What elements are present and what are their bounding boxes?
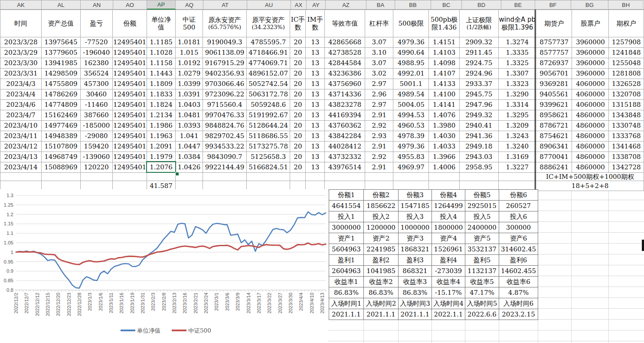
data-cell[interactable]: 4979.36 <box>393 142 429 152</box>
data-cell[interactable]: 12495401 <box>112 79 147 89</box>
data-cell[interactable]: 1342728 <box>609 162 644 173</box>
data-cell[interactable]: 20 <box>290 121 306 131</box>
data-cell[interactable]: 1320708 <box>609 89 644 100</box>
data-cell[interactable]: 9405561 <box>536 89 572 100</box>
data-cell[interactable]: 1343848 <box>609 110 644 121</box>
data-cell[interactable]: 2941.36 <box>460 131 499 142</box>
summary-label-cell[interactable]: 资产6 <box>499 233 538 244</box>
data-cell[interactable]: 1.015 <box>175 48 203 58</box>
empty-cell[interactable] <box>203 173 247 181</box>
data-cell[interactable]: 4988.95 <box>393 58 429 69</box>
data-cell[interactable]: 2947.96 <box>460 100 499 110</box>
data-cell[interactable]: 2023/4/6 <box>0 100 42 110</box>
empty-cell[interactable] <box>290 173 306 181</box>
data-cell[interactable]: 4860000 <box>572 142 609 152</box>
data-cell[interactable]: 13 <box>306 58 325 69</box>
header-cell[interactable]: 原永安资产(65.7576%) <box>203 10 247 37</box>
summary-label-cell[interactable]: 投入5 <box>465 211 499 222</box>
data-cell[interactable]: 1.0393 <box>175 121 203 131</box>
data-cell[interactable]: 356524 <box>80 69 112 79</box>
data-cell[interactable]: 1.2076 <box>147 162 175 173</box>
column-letter-AQ[interactable]: AQ <box>176 0 203 10</box>
data-cell[interactable]: 14968749 <box>42 152 80 162</box>
summary-label-cell[interactable]: 投入4 <box>432 211 465 222</box>
data-cell[interactable]: 162380 <box>80 58 112 69</box>
data-cell[interactable]: 20 <box>290 58 306 69</box>
summary-value-cell[interactable]: 2241985 <box>364 244 399 255</box>
data-cell[interactable]: 1.0181 <box>175 37 203 48</box>
column-letter-BF[interactable]: BF <box>535 0 571 10</box>
data-cell[interactable]: 44169394 <box>325 110 365 121</box>
data-cell[interactable]: 4979.36 <box>393 37 429 48</box>
data-cell[interactable]: 4955.83 <box>393 152 429 162</box>
empty-cell[interactable] <box>246 173 290 181</box>
data-cell[interactable]: 3.07 <box>365 58 393 69</box>
empty-cell[interactable] <box>42 173 80 181</box>
data-cell[interactable]: 2.91 <box>365 162 393 173</box>
data-cell[interactable]: 1.0447 <box>175 142 203 152</box>
summary-label-cell[interactable]: 份额4 <box>432 190 465 201</box>
data-cell[interactable]: 2.91 <box>365 142 393 152</box>
data-cell[interactable]: 9190049.3 <box>203 37 247 48</box>
data-cell[interactable]: 2023/3/31 <box>0 69 42 79</box>
data-cell[interactable]: 1.1809 <box>147 79 175 89</box>
empty-cell[interactable] <box>365 173 393 181</box>
data-cell[interactable]: 1.3290 <box>498 89 536 100</box>
summary-value-cell[interactable]: 4641554 <box>329 201 364 211</box>
data-cell[interactable]: 1.0481 <box>175 110 203 121</box>
data-cell[interactable]: 12495401 <box>112 142 147 152</box>
header-cell[interactable]: 份额 <box>112 10 147 37</box>
data-cell[interactable]: 1.2134 <box>147 110 175 121</box>
empty-cell[interactable] <box>498 173 536 181</box>
data-cell[interactable]: 1.3980 <box>429 121 460 131</box>
data-cell[interactable]: 1.1833 <box>147 89 175 100</box>
summary-label-cell[interactable]: 入场时间6 <box>499 298 538 309</box>
summary-label-cell[interactable]: 盈利6 <box>499 255 538 266</box>
data-cell[interactable]: 2933.37 <box>460 79 499 89</box>
data-cell[interactable]: 43236386 <box>325 69 365 79</box>
data-cell[interactable]: 9843090.7 <box>203 152 247 162</box>
data-cell[interactable]: 20 <box>290 48 306 58</box>
summary-value-cell[interactable]: 2022.6.6 <box>465 309 499 320</box>
data-cell[interactable]: 20 <box>290 100 306 110</box>
header-cell[interactable]: 资产总值 <box>42 10 80 37</box>
summary-value-cell[interactable]: 1526961 <box>432 244 465 255</box>
data-cell[interactable]: -11460 <box>80 100 112 110</box>
data-cell[interactable]: 2023/4/14 <box>0 162 42 173</box>
summary-value-cell[interactable]: 2925015 <box>465 201 499 211</box>
summary-label-cell[interactable]: 入场时间2 <box>364 298 399 309</box>
header-cell[interactable]: 中证500 <box>175 10 203 37</box>
data-cell[interactable]: 13 <box>306 131 325 142</box>
data-cell[interactable]: 20 <box>290 162 306 173</box>
data-cell[interactable]: 14948389 <box>42 131 80 142</box>
header-cell[interactable]: IM手数 <box>306 10 325 37</box>
data-cell[interactable]: 3960000 <box>572 58 609 69</box>
column-letter-BG[interactable]: BG <box>571 0 608 10</box>
data-cell[interactable]: 20 <box>290 79 306 89</box>
data-cell[interactable]: 1.1158 <box>147 58 175 69</box>
data-cell[interactable]: 1.4151 <box>429 37 460 48</box>
summary-label-cell[interactable]: 份额1 <box>329 190 364 201</box>
header-cell[interactable]: 时间 <box>0 10 42 37</box>
data-cell[interactable]: 3.02 <box>365 69 393 79</box>
data-cell[interactable]: 2.97 <box>365 79 393 89</box>
data-cell[interactable]: 5004.05 <box>393 100 429 110</box>
data-cell[interactable]: 2.92 <box>365 121 393 131</box>
data-cell[interactable]: 1.3295 <box>498 110 536 121</box>
summary-value-cell[interactable]: 1000000 <box>399 222 432 233</box>
data-cell[interactable]: 13 <box>306 89 325 100</box>
summary-label-cell[interactable]: 收益率2 <box>364 277 399 287</box>
summary-value-cell[interactable]: 2604963 <box>329 266 364 277</box>
summary-value-cell[interactable]: 1547185 <box>399 201 432 211</box>
data-cell[interactable]: 1.3227 <box>498 162 536 173</box>
data-cell[interactable]: 1.4100 <box>429 89 460 100</box>
data-cell[interactable]: 1.3209 <box>498 121 536 131</box>
data-cell[interactable]: 1.3325 <box>498 58 536 69</box>
summary-label-cell[interactable]: 投入1 <box>329 211 364 222</box>
data-cell[interactable]: 43823278 <box>325 100 365 110</box>
data-cell[interactable]: 4989.54 <box>393 89 429 100</box>
summary-value-cell[interactable]: 300000 <box>499 222 538 233</box>
data-cell[interactable]: 4960.53 <box>393 121 429 131</box>
data-cell[interactable]: 20 <box>290 37 306 48</box>
data-cell[interactable]: 20 <box>290 110 306 121</box>
